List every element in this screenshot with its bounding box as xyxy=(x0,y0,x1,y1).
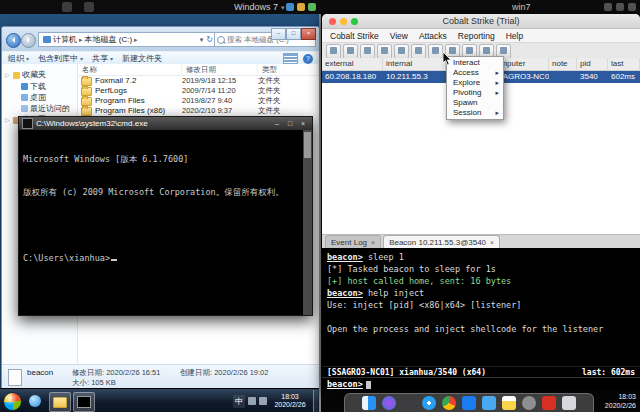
vm-devices-icon[interactable] xyxy=(286,3,294,11)
siri-icon[interactable] xyxy=(382,396,396,410)
file-row[interactable]: PerfLogs 2009/7/14 11:20 文件夹 xyxy=(78,86,319,96)
tab-event-log[interactable]: Event Log xyxy=(325,235,381,249)
app-store-icon[interactable] xyxy=(462,396,476,410)
sidebar-item-recent-places[interactable]: 最近访问的位置 xyxy=(2,103,77,114)
application-manager-icon[interactable] xyxy=(377,44,392,59)
vm-window-title[interactable]: Windows 7 xyxy=(234,2,285,12)
context-menu-item-spawn[interactable]: Spawn xyxy=(447,98,503,108)
tab-close-icon[interactable] xyxy=(490,239,494,246)
scrollbar[interactable] xyxy=(303,130,312,315)
taskbar-item-explorer[interactable] xyxy=(49,392,71,412)
notes-icon[interactable] xyxy=(502,396,516,410)
column-date[interactable]: 修改日期 xyxy=(182,64,258,75)
back-button[interactable] xyxy=(6,33,21,48)
column-external[interactable]: external xyxy=(322,58,383,70)
address-bar[interactable]: 计算机 本地磁盘 (C:) xyxy=(38,32,216,47)
forward-button[interactable] xyxy=(21,33,36,48)
views-icon[interactable] xyxy=(283,53,298,64)
vm-fullscreen-icon[interactable] xyxy=(308,3,316,11)
menu-reporting[interactable]: Reporting xyxy=(458,31,495,41)
graph-view-icon[interactable] xyxy=(394,44,409,59)
sessions-table-icon[interactable] xyxy=(428,44,443,59)
launchpad-icon[interactable] xyxy=(402,396,416,410)
beacon-console[interactable]: beacon> sleep 1 [*] Tasked beacon to sle… xyxy=(322,248,640,366)
taskbar-item-cmd[interactable] xyxy=(73,392,95,412)
taskbar-clock[interactable]: 18:03 2020/2/26 xyxy=(270,393,310,409)
column-note[interactable]: note xyxy=(549,58,577,70)
column-type[interactable]: 类型 xyxy=(258,64,319,75)
close-button[interactable] xyxy=(329,18,336,25)
menu-attacks[interactable]: Attacks xyxy=(419,31,447,41)
tab-beacon[interactable]: Beacon 10.211.55.3@3540 xyxy=(383,235,500,249)
trash-icon[interactable] xyxy=(562,396,576,410)
show-desktop-button[interactable] xyxy=(313,390,318,412)
display-icon[interactable] xyxy=(604,3,612,11)
cobalt-strike-window[interactable]: Cobalt Strike (Trial) Cobalt Strike View… xyxy=(322,14,640,390)
battery-icon[interactable] xyxy=(616,3,624,11)
chrome-icon[interactable] xyxy=(442,396,456,410)
file-row[interactable]: Program Files 2019/8/27 9:40 文件夹 xyxy=(78,96,319,106)
text-cursor xyxy=(111,259,117,261)
minimize-button[interactable] xyxy=(271,120,283,127)
volume-icon[interactable] xyxy=(259,397,267,405)
zoom-button[interactable] xyxy=(351,18,358,25)
scrollbar-thumb[interactable] xyxy=(304,132,311,158)
close-button[interactable] xyxy=(297,120,309,127)
finder-icon[interactable] xyxy=(362,396,376,410)
sidebar-item-downloads[interactable]: 下载 xyxy=(2,81,77,92)
vm-name-label[interactable]: win7 xyxy=(512,2,531,12)
cmd-window[interactable]: C:\Windows\system32\cmd.exe Microsoft Wi… xyxy=(18,116,313,316)
share-button[interactable]: 共享 xyxy=(92,53,113,64)
address-dropdown-icon[interactable] xyxy=(200,36,204,44)
context-menu-item-pivoting[interactable]: Pivoting▸ xyxy=(447,88,503,98)
start-button[interactable] xyxy=(3,392,22,411)
cmd-title-bar[interactable]: C:\Windows\system32\cmd.exe xyxy=(19,117,312,130)
menu-cobalt-strike[interactable]: Cobalt Strike xyxy=(330,31,379,41)
menu-view[interactable]: View xyxy=(390,31,408,41)
beacon-input[interactable]: beacon> xyxy=(322,377,640,390)
mail-icon[interactable] xyxy=(482,396,496,410)
cmd-terminal[interactable]: Microsoft Windows [版本 6.1.7600] 版权所有 (c)… xyxy=(19,130,303,315)
column-internal[interactable]: internal xyxy=(383,58,446,70)
help-icon[interactable] xyxy=(303,54,313,64)
breadcrumb-root[interactable]: 计算机 xyxy=(53,34,77,45)
file-row[interactable]: Program Files (x86) 2020/2/10 9:37 文件夹 xyxy=(78,106,319,116)
recent-places-icon xyxy=(21,105,28,112)
vm-shared-icon[interactable] xyxy=(297,3,305,11)
organize-button[interactable]: 组织 xyxy=(8,53,29,64)
menu-help[interactable]: Help xyxy=(506,31,523,41)
refresh-icon[interactable] xyxy=(206,35,213,44)
parallels-icon[interactable] xyxy=(542,396,556,410)
console-line: [*] Tasked beacon to sleep for 1s xyxy=(327,263,635,275)
context-menu-item-interact[interactable]: Interact xyxy=(447,58,503,68)
context-menu-item-explore[interactable]: Explore▸ xyxy=(447,78,503,88)
column-last[interactable]: last xyxy=(608,58,640,70)
new-connection-icon[interactable] xyxy=(326,44,341,59)
system-preferences-icon[interactable] xyxy=(522,396,536,410)
sidebar-item-favorites[interactable]: 收藏夹 xyxy=(2,69,77,81)
minimize-button[interactable] xyxy=(340,18,347,25)
include-in-library-button[interactable]: 包含到库中 xyxy=(38,53,83,64)
network-icon[interactable] xyxy=(248,397,256,405)
tab-close-icon[interactable] xyxy=(371,239,375,246)
context-menu-item-access[interactable]: Access▸ xyxy=(447,68,503,78)
pivot-graph-icon[interactable] xyxy=(411,44,426,59)
sidebar-item-desktop[interactable]: 桌面 xyxy=(2,92,77,103)
column-pid[interactable]: pid xyxy=(577,58,608,70)
maximize-button[interactable] xyxy=(284,120,296,127)
safari-icon[interactable] xyxy=(422,396,436,410)
context-menu-item-session[interactable]: Session▸ xyxy=(447,108,503,118)
breadcrumb-path[interactable]: 本地磁盘 (C:) xyxy=(85,34,133,45)
new-folder-button[interactable]: 新建文件夹 xyxy=(122,53,162,64)
minimize-button[interactable] xyxy=(271,28,286,40)
taskbar-item-ie[interactable] xyxy=(25,392,45,410)
file-row[interactable]: Foxmail 7.2 2019/9/18 12:15 文件夹 xyxy=(78,76,319,86)
listeners-icon[interactable] xyxy=(360,44,375,59)
column-name[interactable]: 名称 xyxy=(78,64,182,75)
close-button[interactable] xyxy=(301,28,316,40)
disconnect-icon[interactable] xyxy=(343,44,358,59)
cs-title-bar[interactable]: Cobalt Strike (Trial) xyxy=(322,14,640,29)
spotlight-icon[interactable] xyxy=(628,3,636,11)
ime-indicator[interactable]: 中 xyxy=(233,395,245,408)
maximize-button[interactable] xyxy=(286,28,301,40)
